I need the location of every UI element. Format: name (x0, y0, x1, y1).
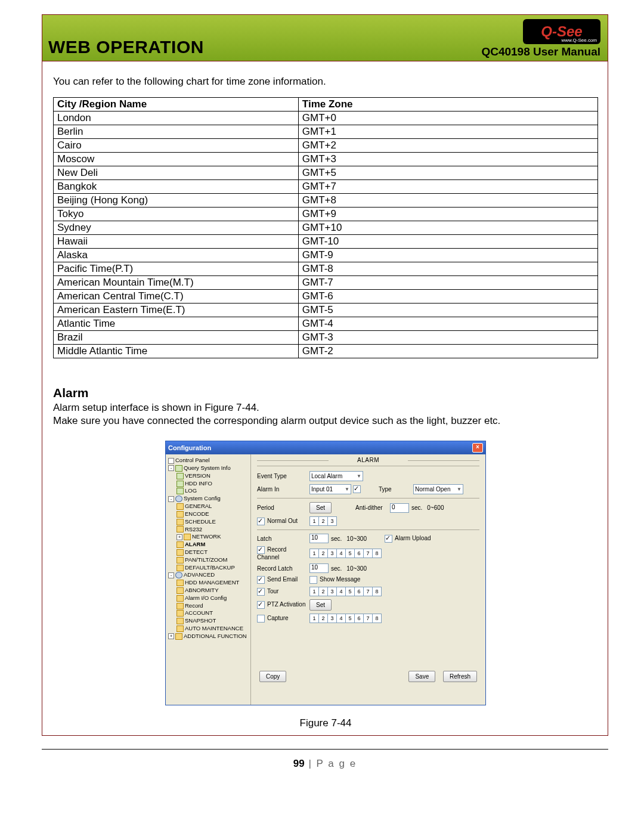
tree-item[interactable]: AUTO MAINTENANCE (167, 625, 249, 633)
button-ptz-set[interactable]: Set (309, 599, 332, 611)
channel-cell[interactable]: 3 (327, 549, 337, 558)
channel-cell[interactable]: 4 (336, 549, 346, 558)
checkbox-capture[interactable] (257, 615, 265, 623)
close-icon[interactable]: × (472, 443, 483, 453)
table-row: Atlantic TimeGMT-4 (54, 317, 598, 331)
table-row: HawaiiGMT-10 (54, 235, 598, 249)
channel-cell[interactable]: 3 (327, 516, 337, 526)
table-row: MoscowGMT+3 (54, 153, 598, 166)
label-normal-out: Normal Out (257, 518, 309, 525)
button-copy[interactable]: Copy (259, 671, 286, 682)
channel-cell[interactable]: 7 (363, 614, 373, 623)
expand-icon[interactable]: - (168, 465, 174, 471)
tree-item[interactable]: ACCOUNT (167, 609, 249, 617)
label-record-latch: Record Latch (257, 565, 309, 572)
select-event-type[interactable]: Local Alarm▼ (309, 471, 363, 481)
select-type[interactable]: Normal Open▼ (413, 484, 463, 494)
table-row: American Central Time(C.T)GMT-6 (54, 290, 598, 304)
folder-icon (177, 488, 184, 494)
expand-icon[interactable]: + (177, 534, 182, 540)
input-latch[interactable]: 10 (309, 534, 329, 543)
intro-text: You can refer to the following chart for… (53, 76, 598, 88)
tree-item[interactable]: RS232 (167, 526, 249, 534)
table-row: BrazilGMT-3 (54, 331, 598, 345)
tree-item[interactable]: DEFAULT/BACKUP (167, 564, 249, 572)
channel-cell[interactable]: 2 (318, 587, 328, 596)
tree-item[interactable]: HDD INFO (167, 480, 249, 488)
channel-cell[interactable]: 2 (318, 549, 328, 558)
table-row: BerlinGMT+1 (54, 125, 598, 139)
button-refresh[interactable]: Refresh (443, 671, 477, 682)
checkbox-record-channel[interactable] (257, 546, 265, 554)
channel-cell[interactable]: 5 (345, 614, 355, 623)
channel-cell[interactable]: 1 (309, 587, 319, 596)
tree-item[interactable]: Control Panel (167, 457, 249, 465)
channel-cell[interactable]: 5 (345, 549, 355, 558)
label-latch-unit: sec. (331, 535, 342, 542)
config-window: Configuration × Control Panel-Query Syst… (165, 441, 486, 705)
checkbox-ptz[interactable] (257, 601, 265, 609)
tree-item[interactable]: -ADVANCED (167, 571, 249, 579)
channel-cell[interactable]: 3 (327, 587, 337, 596)
folder-icon (177, 625, 184, 632)
checkbox-show-message[interactable] (309, 576, 317, 584)
checkbox-send-email[interactable] (257, 576, 265, 584)
select-alarm-in[interactable]: Input 01▼ (309, 484, 351, 494)
channel-cell[interactable]: 1 (309, 516, 319, 526)
tree-item[interactable]: SNAPSHOT (167, 617, 249, 625)
tree-item[interactable]: +NETWORK (167, 533, 249, 541)
channel-cell[interactable]: 3 (327, 614, 337, 623)
channel-cell[interactable]: 1 (309, 614, 319, 623)
tree-item[interactable]: HDD MANAGEMENT (167, 579, 249, 587)
tree-item[interactable]: -Query System Info (167, 465, 249, 472)
folder-icon (177, 557, 184, 563)
tree-item[interactable]: LOG (167, 487, 249, 495)
channel-cell[interactable]: 8 (372, 587, 382, 596)
expand-icon[interactable]: - (168, 496, 174, 502)
channel-grid-normalout[interactable]: 123 (309, 516, 336, 526)
channel-cell[interactable]: 6 (354, 587, 364, 596)
checkbox-normal-out[interactable] (257, 518, 265, 525)
tree-item[interactable]: Record (167, 602, 249, 610)
folder-icon (175, 633, 182, 640)
checkbox-alarm-upload[interactable] (385, 535, 392, 543)
expand-icon[interactable]: - (168, 572, 174, 578)
button-period-set[interactable]: Set (309, 502, 332, 513)
channel-cell[interactable]: 7 (363, 587, 373, 596)
tree-item[interactable]: Alarm I/O Config (167, 594, 249, 602)
channel-cell[interactable]: 4 (336, 587, 346, 596)
input-record-latch[interactable]: 10 (309, 563, 329, 573)
channel-cell[interactable]: 1 (309, 549, 319, 558)
folder-icon (177, 610, 184, 617)
channel-cell[interactable]: 8 (372, 614, 382, 623)
button-save[interactable]: Save (408, 671, 435, 682)
tree-item[interactable]: DETECT (167, 549, 249, 556)
checkbox-tour[interactable] (257, 588, 265, 596)
tree-item[interactable]: GENERAL (167, 503, 249, 510)
tree-item[interactable]: VERSION (167, 472, 249, 480)
tree-item[interactable]: ABNORMITY (167, 587, 249, 594)
channel-cell[interactable]: 5 (345, 587, 355, 596)
tree-item[interactable]: ALARM (167, 541, 249, 549)
tree-item[interactable]: PAN/TILT/ZOOM (167, 556, 249, 564)
channel-grid-capture[interactable]: 12345678 (309, 614, 381, 623)
tree-item[interactable]: +ADDTIONAL FUNCTION (167, 633, 249, 640)
channel-cell[interactable]: 7 (363, 549, 373, 558)
channel-grid-tour[interactable]: 12345678 (309, 587, 381, 596)
channel-cell[interactable]: 4 (336, 614, 346, 623)
tree-item[interactable]: SCHEDULE (167, 518, 249, 526)
checkbox-enable[interactable] (353, 485, 361, 493)
channel-cell[interactable]: 2 (318, 614, 328, 623)
channel-grid-record[interactable]: 12345678 (309, 549, 381, 558)
input-antidither[interactable]: 0 (390, 503, 409, 513)
tree-item[interactable]: -System Config (167, 495, 249, 503)
channel-cell[interactable]: 2 (318, 516, 328, 526)
table-row: Pacific Time(P.T)GMT-8 (54, 262, 598, 276)
tree-item[interactable]: ENCODE (167, 510, 249, 518)
alarm-text-2: Make sure you have connected the corresp… (53, 414, 598, 428)
channel-cell[interactable]: 6 (354, 549, 364, 558)
expand-icon[interactable]: + (168, 633, 174, 639)
expand-icon[interactable] (168, 458, 174, 464)
channel-cell[interactable]: 8 (372, 549, 382, 558)
channel-cell[interactable]: 6 (354, 614, 364, 623)
